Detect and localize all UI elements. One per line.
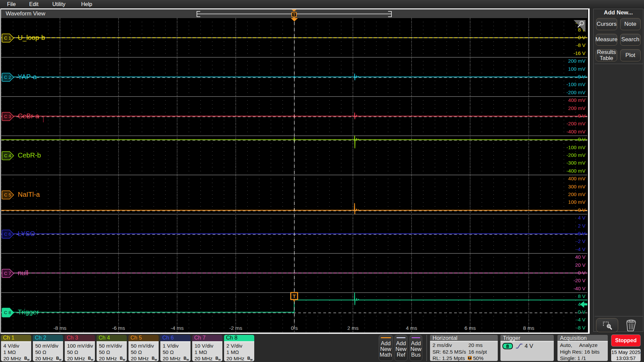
svg-text:C 2: C 2	[4, 75, 11, 80]
svg-text:CebR-b: CebR-b	[18, 152, 41, 159]
svg-text:-200 mV: -200 mV	[567, 89, 586, 95]
svg-text:C 6: C 6	[4, 232, 11, 237]
svg-text:200 mV: 200 mV	[568, 105, 586, 111]
svg-text:C 7: C 7	[4, 271, 11, 276]
svg-text:-40 V: -40 V	[574, 286, 586, 291]
svg-text:-400 mV: -400 mV	[567, 129, 586, 134]
svg-text:YAP-a: YAP-a	[18, 73, 37, 80]
svg-text:-20 V: -20 V	[574, 278, 586, 283]
svg-text:CeBr-a: CeBr-a	[18, 112, 39, 120]
svg-text:0 V: 0 V	[578, 74, 586, 79]
svg-text:NaITl-a: NaITl-a	[18, 191, 40, 198]
svg-text:200 mV: 200 mV	[568, 58, 586, 64]
svg-text:0 V: 0 V	[578, 207, 586, 213]
svg-text:200 mV: 200 mV	[568, 191, 586, 197]
svg-text:0 V: 0 V	[578, 231, 586, 236]
svg-text:-2 V: -2 V	[576, 238, 586, 244]
svg-text:8 ms: 8 ms	[523, 325, 535, 331]
svg-text:T: T	[293, 293, 296, 299]
svg-text:-4 V: -4 V	[576, 317, 586, 322]
svg-text:T: T	[469, 356, 471, 360]
svg-text:C 8: C 8	[4, 310, 11, 315]
svg-text:4 V: 4 V	[578, 215, 586, 221]
svg-text:C 4: C 4	[4, 153, 11, 158]
svg-text:40 V: 40 V	[575, 254, 586, 260]
svg-text:C 1: C 1	[4, 36, 11, 41]
svg-text:0 V: 0 V	[578, 270, 586, 276]
svg-text:-4 V: -4 V	[576, 246, 586, 252]
svg-text:LYSO: LYSO	[18, 230, 35, 237]
svg-text:-4 ms: -4 ms	[171, 325, 184, 331]
svg-text:-400 mV: -400 mV	[567, 168, 586, 174]
svg-text:T: T	[293, 13, 295, 17]
svg-text:-300 mV: -300 mV	[567, 160, 586, 166]
svg-text:U_loop-b: U_loop-b	[18, 34, 45, 42]
svg-text:100 mV: 100 mV	[568, 199, 586, 205]
svg-text:300 mV: 300 mV	[568, 184, 586, 189]
svg-text:2 ms: 2 ms	[347, 325, 359, 331]
svg-text:Trigger: Trigger	[18, 308, 39, 316]
svg-text:-100 mV: -100 mV	[567, 81, 586, 87]
svg-text:4 ms: 4 ms	[406, 325, 417, 331]
svg-text:6 ms: 6 ms	[465, 325, 476, 331]
svg-text:-200 mV: -200 mV	[567, 152, 586, 158]
svg-text:-8 V: -8 V	[576, 42, 586, 48]
svg-text:C 3: C 3	[4, 114, 11, 119]
svg-text:8 V: 8 V	[578, 293, 586, 299]
svg-text:2 V: 2 V	[578, 223, 586, 229]
svg-text:C 5: C 5	[4, 192, 11, 197]
svg-text:-2 ms: -2 ms	[229, 325, 242, 331]
svg-text:400 mV: 400 mV	[568, 176, 586, 181]
svg-text:400 mV: 400 mV	[568, 97, 586, 103]
svg-text:0 s: 0 s	[291, 325, 298, 331]
svg-text:-200 mV: -200 mV	[567, 121, 586, 126]
svg-text:-16 V: -16 V	[574, 50, 586, 56]
svg-text:-8 V: -8 V	[576, 325, 586, 330]
svg-text:null: null	[18, 269, 28, 277]
svg-text:0 V: 0 V	[578, 35, 586, 40]
svg-text:0 V: 0 V	[578, 309, 586, 315]
svg-text:0 V: 0 V	[578, 136, 586, 142]
svg-text:-6 ms: -6 ms	[112, 325, 125, 331]
svg-text:100 mV: 100 mV	[568, 66, 586, 72]
svg-text:-100 mV: -100 mV	[567, 144, 586, 150]
svg-text:-8 ms: -8 ms	[53, 325, 66, 331]
svg-text:0 V: 0 V	[578, 113, 586, 119]
svg-text:20 V: 20 V	[575, 262, 586, 268]
